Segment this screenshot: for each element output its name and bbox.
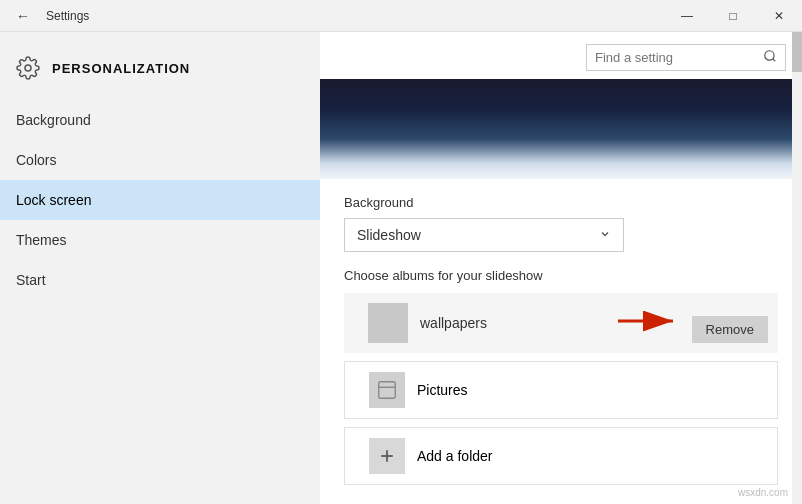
sidebar-item-background[interactable]: Background — [0, 100, 320, 140]
background-section: Background Slideshow — [320, 179, 802, 268]
gear-icon — [16, 56, 40, 80]
sidebar: PERSONALIZATION Background Colors Lock s… — [0, 32, 320, 504]
sidebar-item-lock-screen[interactable]: Lock screen — [0, 180, 320, 220]
add-folder-name: Add a folder — [417, 448, 493, 464]
scrollbar-track[interactable] — [792, 32, 802, 504]
sidebar-title: PERSONALIZATION — [52, 61, 190, 76]
arrow-annotation — [618, 306, 688, 339]
album-item-wallpapers: wallpapers Remove — [344, 293, 778, 353]
svg-point-1 — [765, 51, 774, 60]
close-button[interactable]: ✕ — [756, 0, 802, 32]
sidebar-item-themes[interactable]: Themes — [0, 220, 320, 260]
pictures-item: Pictures — [344, 361, 778, 419]
plus-icon — [369, 438, 405, 474]
search-input[interactable] — [595, 50, 763, 65]
sidebar-header: PERSONALIZATION — [0, 40, 320, 100]
pictures-thumbnail — [369, 372, 405, 408]
watermark: wsxdn.com — [738, 487, 788, 498]
content-area: Background Slideshow Choose albums for y… — [320, 32, 802, 504]
svg-point-0 — [25, 65, 31, 71]
back-button[interactable]: ← — [8, 4, 38, 28]
albums-label: Choose albums for your slideshow — [320, 268, 802, 293]
remove-button[interactable]: Remove — [692, 316, 768, 343]
album-thumbnail — [368, 303, 408, 343]
sidebar-item-colors[interactable]: Colors — [0, 140, 320, 180]
main-layout: PERSONALIZATION Background Colors Lock s… — [0, 32, 802, 504]
search-icon — [763, 49, 777, 66]
maximize-button[interactable]: □ — [710, 0, 756, 32]
svg-line-2 — [773, 59, 776, 62]
preview-image — [320, 79, 802, 179]
title-bar: ← Settings — □ ✕ — [0, 0, 802, 32]
chevron-down-icon — [599, 228, 611, 243]
add-folder-item[interactable]: Add a folder — [344, 427, 778, 485]
header-row — [320, 32, 802, 79]
pictures-name: Pictures — [417, 382, 468, 398]
search-box[interactable] — [586, 44, 786, 71]
title-bar-controls: — □ ✕ — [664, 0, 802, 32]
title-bar-left: ← Settings — [8, 4, 89, 28]
scrollbar-thumb[interactable] — [792, 32, 802, 72]
background-label: Background — [344, 195, 778, 210]
title-bar-text: Settings — [46, 9, 89, 23]
sidebar-item-start[interactable]: Start — [0, 260, 320, 300]
minimize-button[interactable]: — — [664, 0, 710, 32]
background-value: Slideshow — [357, 227, 421, 243]
background-dropdown[interactable]: Slideshow — [344, 218, 624, 252]
album-name: wallpapers — [420, 315, 487, 331]
svg-rect-5 — [379, 382, 396, 399]
